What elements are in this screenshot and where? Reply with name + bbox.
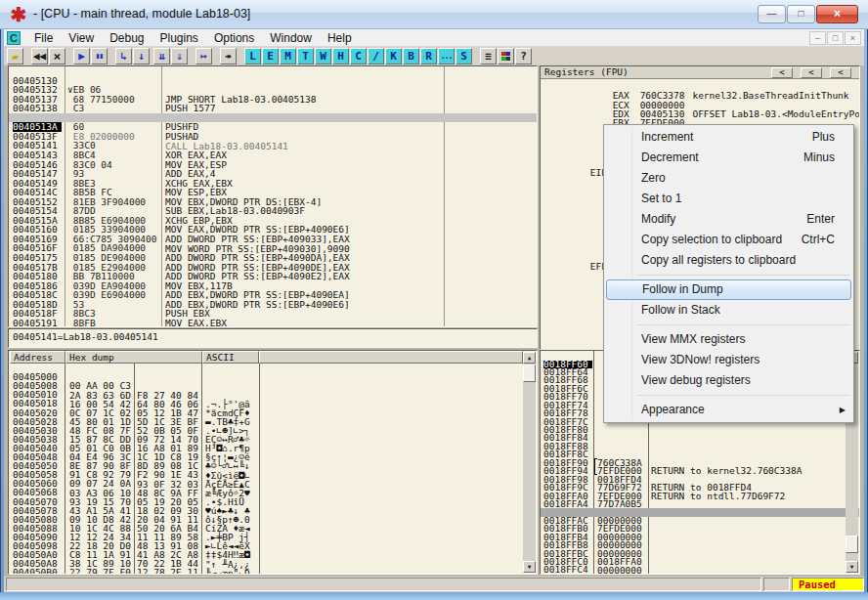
dump-row[interactable]: 00405038 05 01 C0 0B 1C 1D C8 19 ♣☺└♂∟↔╚… bbox=[9, 426, 537, 435]
step-over-button[interactable]: ↓ bbox=[133, 48, 150, 64]
disasm-row[interactable]: 00405143 83C0 04 ADD EAX,4 bbox=[9, 141, 537, 150]
restore-button[interactable]: □ bbox=[787, 5, 815, 23]
dump-row[interactable]: 00405008 2A 83 63 6D 64 80 46 06 *ãcmdÇF… bbox=[9, 372, 537, 381]
view-executables-button[interactable]: E bbox=[262, 48, 279, 64]
stack-row[interactable]: 0018FFC4 FFFFFFFF End of SEH chain bbox=[541, 558, 859, 566]
dump-row[interactable]: 00405018 0C 07 1C 02 5D 1C 3E BF .•∟☻]∟>… bbox=[9, 390, 537, 399]
execute-till-return-button[interactable]: ↦ bbox=[195, 48, 212, 64]
stack-row[interactable]: 0018FFB0 00000000 bbox=[541, 517, 859, 525]
view-patches-button[interactable]: / bbox=[368, 48, 384, 64]
dump-row[interactable]: 00405090 22 18 20 D0 41 A8 2C A8 "↑ ╨A¿,… bbox=[9, 524, 537, 533]
menu-file[interactable]: File bbox=[26, 29, 61, 47]
stack-row[interactable]: 0018FF84 bbox=[541, 426, 859, 434]
dump-pane[interactable]: Address Hex dump ASCII 00405000 00 AA 00… bbox=[8, 350, 538, 575]
scroll-down-icon[interactable]: ▼ bbox=[523, 561, 536, 573]
dump-header-ascii[interactable]: ASCII bbox=[202, 351, 259, 364]
menu-item-view-debug[interactable]: View debug registers ▶ bbox=[606, 370, 851, 391]
registers-back-button[interactable]: < bbox=[771, 67, 793, 78]
menu-item-appearance[interactable]: Appearance ▶ bbox=[606, 400, 851, 420]
mdi-close-button[interactable]: × bbox=[845, 31, 861, 45]
animate-into-button[interactable]: ⇊ bbox=[153, 48, 170, 64]
disasm-row[interactable]: 00405160 66:C785 3090400 MOV WORD PTR SS… bbox=[9, 216, 537, 226]
view-cpu-button[interactable]: C bbox=[350, 48, 367, 64]
dump-row[interactable]: 00405078 09 10 D8 42 50 20 6A B4 .►╪BP j… bbox=[9, 496, 537, 505]
disasm-row[interactable]: 00405152 87DD XCHG EBP,EBX bbox=[9, 188, 537, 197]
view-memory-button[interactable]: M bbox=[280, 48, 296, 64]
disasm-row[interactable]: 00405138 9C PUSHFD bbox=[9, 95, 537, 105]
disasm-row[interactable]: 0040514C 81EB 3F904000 SUB EBX,Lab18-03.… bbox=[9, 179, 537, 189]
stack-row[interactable]: 0018FFA4 00000000 bbox=[541, 492, 859, 499]
stack-row[interactable]: 0018FF9C 7EFDE000 bbox=[541, 476, 859, 484]
stack-row[interactable]: 0018FFA8 00000000 bbox=[541, 500, 859, 508]
close-button[interactable]: × bbox=[816, 5, 858, 23]
disasm-row[interactable]: 00405149 8B5B FC MOV EBX,DWORD PTR DS:[E… bbox=[9, 169, 537, 179]
disasm-row[interactable]: 0040518D 8BC3 MOV EAX,EBX bbox=[9, 290, 537, 300]
stack-row[interactable]: 0018FF94 0018FFD4 RETURN to 0018FFD4 bbox=[541, 459, 859, 467]
mdi-restore-button[interactable]: □ bbox=[827, 31, 844, 45]
animate-over-button[interactable]: ⇓ bbox=[171, 48, 188, 64]
menu-item-modify[interactable]: Modify Enter ▶ bbox=[606, 209, 851, 230]
dump-row[interactable]: 00405040 04 E4 96 3C 8D 89 08 1C ♦Σû<ìë◘… bbox=[9, 435, 537, 444]
view-windows-button[interactable]: W bbox=[315, 48, 331, 64]
disasm-row[interactable]: 00405175 0185 E2904000 ADD DWORD PTR SS:… bbox=[9, 243, 537, 253]
dump-row[interactable]: 00405070 43 A1 5A 41 20 04 91 11 CíZA ♦æ… bbox=[9, 488, 537, 496]
stack-row[interactable]: 0018FF90 7EFDE000 bbox=[541, 450, 859, 458]
menu-item-decrement[interactable]: Decrement Minus ▶ bbox=[606, 148, 851, 168]
view-handles-button[interactable]: H bbox=[332, 48, 349, 64]
disasm-row[interactable]: 0040516F 0185 DE904000 ADD DWORD PTR SS:… bbox=[9, 235, 537, 244]
cpu-window-icon[interactable]: C bbox=[7, 31, 21, 45]
disasm-row[interactable]: 00405186 039D E6904000 ADD EBX,DWORD PTR… bbox=[9, 272, 537, 281]
registers-back-button[interactable]: < bbox=[830, 67, 851, 78]
step-into-button[interactable]: ↳ bbox=[115, 48, 132, 64]
run-button[interactable]: ▶ bbox=[73, 48, 90, 64]
disasm-row[interactable]: 00405146 93 XCHG EAX,EBX bbox=[9, 150, 537, 160]
title-bar[interactable]: ✱ - [CPU - main thread, module Lab18-03]… bbox=[0, 0, 868, 29]
disasm-row[interactable]: 0040518C 53 PUSH EBX bbox=[9, 281, 537, 291]
pause-button[interactable]: ▮▮ bbox=[91, 48, 108, 64]
disasm-row[interactable]: 0040515A 0185 33904000 ADD DWORD PTR SS:… bbox=[9, 206, 537, 216]
menu-debug[interactable]: Debug bbox=[102, 29, 152, 47]
appearance-button[interactable] bbox=[498, 48, 514, 64]
scrollbar-thumb[interactable] bbox=[846, 536, 858, 553]
disasm-row[interactable]: 00405154 8B85 E6904000 MOV EAX,DWORD PTR… bbox=[9, 197, 537, 207]
stack-row[interactable]: 0018FF8C 760C338A RETURN to kernel32.760… bbox=[541, 443, 859, 450]
menu-view[interactable]: View bbox=[61, 29, 102, 47]
disasm-row[interactable]: 00405130 ∨EB 06 JMP SHORT Lab18-03.00405… bbox=[9, 66, 537, 76]
menu-item-view-3dnow[interactable]: View 3DNow! registers ▶ bbox=[606, 350, 851, 370]
stack-row[interactable]: 0018FFC8 77DA71F5 SE handler bbox=[541, 566, 859, 574]
registers-back-button[interactable]: < bbox=[801, 67, 822, 78]
menu-item-set-to-1[interactable]: Set to 1 ▶ bbox=[606, 189, 851, 209]
menu-item-follow-in-stack[interactable]: Follow in Stack ▶ bbox=[606, 300, 851, 321]
menu-plugins[interactable]: Plugins bbox=[152, 29, 206, 47]
disasm-row[interactable]: 00405137 C3 RETN bbox=[9, 85, 537, 95]
scroll-up-icon[interactable]: ▲ bbox=[523, 352, 536, 364]
scroll-down-icon[interactable]: ▼ bbox=[846, 561, 858, 573]
menu-item-copy-all-registers[interactable]: Copy all registers to clipboard ▶ bbox=[606, 250, 851, 271]
dump-row[interactable]: 00405058 09 07 24 0A 48 8C 9A FF .•$.HîÜ bbox=[9, 461, 537, 470]
view-references-button[interactable]: R bbox=[420, 48, 437, 64]
view-breakpoints-button[interactable]: B bbox=[403, 48, 419, 64]
disasm-row[interactable]: 00405196 8985 0D904000 MOV DWORD PTR SS:… bbox=[9, 319, 537, 327]
stack-row[interactable]: 0018FFAC 7EFDE000 bbox=[541, 508, 859, 516]
disasm-row[interactable]: 00405141 8BC4 MOV EAX,ESP bbox=[9, 132, 537, 142]
view-source-button[interactable]: S bbox=[456, 48, 472, 64]
dump-row[interactable]: 00405000 00 AA 00 C3 F8 27 40 84 .¬.├°'@… bbox=[9, 364, 537, 372]
view-log-button[interactable]: L bbox=[244, 48, 261, 64]
dump-row[interactable]: 00405098 C8 11 1A 91 70 22 1B 44 ╚◄→æp"←… bbox=[9, 533, 537, 541]
dump-row[interactable]: 00405080 10 1C 4C 88 11 11 89 58 ►∟Lê◄◄ë… bbox=[9, 506, 537, 515]
dump-header-hex[interactable]: Hex dump bbox=[65, 351, 202, 364]
menu-item-increment[interactable]: Increment Plus ▶ bbox=[606, 127, 851, 148]
dump-row[interactable]: 004050A0 38 1C 89 10 12 78 2E 11 8∟ë►‡x.… bbox=[9, 541, 537, 550]
disasm-row[interactable]: 00405191 2D AC904000 SUB EAX,Lab18-03.00… bbox=[9, 309, 537, 319]
help-button[interactable]: ? bbox=[515, 48, 532, 64]
disassembly-pane[interactable]: 00405130 ∨EB 06 JMP SHORT Lab18-03.00405… bbox=[8, 65, 538, 327]
close-program-button[interactable]: × bbox=[49, 48, 65, 64]
open-file-button[interactable]: ▰ bbox=[7, 48, 23, 64]
stack-row[interactable]: 0018FFA0 77D7A0B5 ntdll.77D7A0B5 bbox=[541, 484, 859, 492]
dump-row[interactable]: 00405020 45 80 01 1D 52 0B 05 0F EÇ☺↔R♂♣… bbox=[9, 399, 537, 407]
view-call-stack-button[interactable]: K bbox=[385, 48, 402, 64]
disasm-row[interactable]: 00405180 039D EA904000 ADD EBX,DWORD PTR… bbox=[9, 262, 537, 272]
dump-row[interactable]: 00405030 15 87 8C DD 16 A8 01 89 §ç↑¦▬¿☺… bbox=[9, 417, 537, 426]
restart-button[interactable]: ◀◀ bbox=[31, 48, 48, 64]
scrollbar-thumb[interactable] bbox=[523, 364, 536, 382]
